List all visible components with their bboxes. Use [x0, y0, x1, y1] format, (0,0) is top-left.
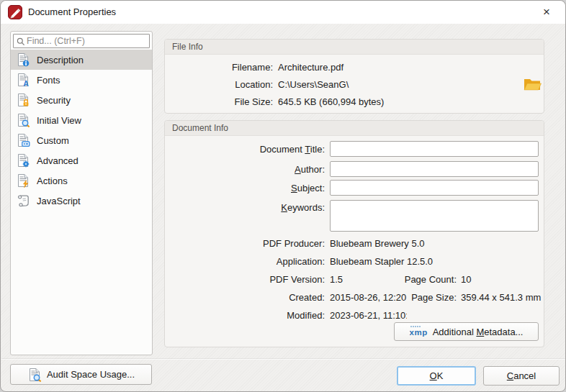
svg-text:A: A	[23, 79, 29, 87]
pdf-producer-label: PDF Producer:	[165, 238, 325, 249]
custom-icon	[16, 133, 30, 147]
additional-metadata-button[interactable]: xmp Additional Metadata...	[394, 322, 539, 341]
sidebar-item-label: Actions	[37, 176, 68, 186]
application-value: Bluebeam Stapler 12.5.0	[330, 256, 433, 267]
author-input[interactable]	[330, 161, 539, 177]
sidebar-item-label: Security	[37, 95, 71, 106]
security-icon	[16, 93, 30, 107]
audit-space-usage-label: Audit Space Usage...	[47, 369, 135, 380]
page-count-label: Page Count:	[345, 274, 457, 285]
titlebar[interactable]: Document Properties ×	[1, 1, 565, 24]
app-logo-icon	[8, 5, 22, 19]
folder-icon[interactable]	[523, 76, 542, 93]
page-size-value: 359.44 x 541.3 mm	[461, 292, 541, 303]
sidebar-item-actions[interactable]: Actions	[11, 170, 152, 191]
file-info-header: File Info	[165, 40, 544, 55]
location-value: C:\Users\SeanG\	[278, 79, 349, 90]
sidebar-item-label: Fonts	[37, 75, 60, 86]
location-label: Location:	[165, 79, 273, 90]
ok-label: OK	[430, 370, 444, 381]
fonts-icon: A	[16, 73, 30, 87]
modified-label: Modified:	[165, 310, 325, 321]
audit-icon	[27, 368, 42, 382]
document-title-input[interactable]	[330, 141, 539, 157]
document-info-group: Document Info Document Title: Author: Su…	[164, 120, 544, 347]
sidebar-item-label: JavaScript	[37, 196, 81, 206]
initial-view-icon	[16, 113, 30, 127]
file-size-value: 645.5 KB (660,994 bytes)	[278, 96, 384, 107]
sidebar-item-advanced[interactable]: Advanced	[11, 150, 152, 170]
sidebar-item-javascript[interactable]: JavaScript	[11, 191, 152, 211]
page-size-label: Page Size:	[345, 292, 457, 303]
audit-space-usage-button[interactable]: Audit Space Usage...	[10, 364, 152, 385]
subject-input[interactable]	[330, 180, 539, 196]
page-count-value: 10	[461, 274, 471, 285]
pdf-version-value: 1.5	[330, 274, 343, 285]
subject-label: Subject:	[165, 183, 325, 193]
additional-metadata-label: Additional Metadata...	[433, 327, 524, 337]
sidebar-item-label: Initial View	[37, 115, 81, 126]
description-icon	[16, 53, 30, 67]
search-input[interactable]	[27, 35, 148, 47]
cancel-button[interactable]: Cancel	[483, 366, 560, 386]
document-properties-dialog: Document Properties ×	[0, 0, 566, 392]
file-size-label: File Size:	[165, 96, 273, 107]
document-info-header: Document Info	[165, 121, 544, 136]
pdf-version-label: PDF Version:	[165, 274, 325, 285]
cancel-label: Cancel	[507, 370, 536, 381]
sidebar-item-fonts[interactable]: A Fonts	[11, 70, 152, 90]
sidebar-item-label: Advanced	[37, 155, 78, 166]
sidebar-item-description[interactable]: Description	[11, 50, 152, 70]
actions-icon	[16, 173, 30, 188]
sidebar: Description A Fonts	[10, 31, 153, 355]
modified-value: 2023-06-21, 11:10:55 AM	[330, 310, 407, 321]
sidebar-list: Description A Fonts	[11, 50, 152, 211]
keywords-input[interactable]	[330, 200, 539, 232]
footer-divider-highlight	[1, 359, 566, 360]
created-label: Created:	[165, 292, 325, 303]
filename-label: Filename:	[165, 62, 273, 73]
dialog-title: Document Properties	[28, 1, 116, 24]
application-label: Application:	[165, 256, 325, 267]
sidebar-item-custom[interactable]: Custom	[11, 130, 152, 150]
close-icon[interactable]: ×	[536, 4, 557, 21]
javascript-icon	[16, 193, 30, 208]
sidebar-item-label: Description	[37, 55, 84, 65]
find-box	[13, 34, 150, 48]
search-icon	[17, 37, 25, 46]
xmp-logo-icon: xmp	[410, 328, 428, 337]
ok-button[interactable]: OK	[397, 366, 476, 386]
advanced-icon	[16, 153, 30, 168]
sidebar-item-label: Custom	[37, 135, 69, 146]
sidebar-item-security[interactable]: Security	[11, 90, 152, 110]
sidebar-item-initial-view[interactable]: Initial View	[11, 110, 152, 130]
pdf-producer-value: Bluebeam Brewery 5.0	[330, 238, 425, 249]
filename-value: Architecture.pdf	[278, 62, 343, 73]
document-title-label: Document Title:	[165, 144, 325, 155]
keywords-label: Keywords:	[165, 202, 325, 213]
file-info-group: File Info Filename: Architecture.pdf Loc…	[164, 39, 544, 114]
author-label: Author:	[165, 164, 325, 175]
